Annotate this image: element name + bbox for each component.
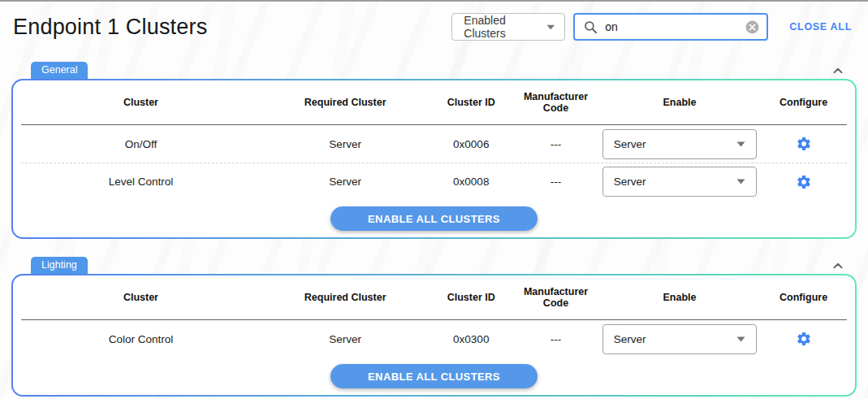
section-tab-label: Lighting	[41, 259, 77, 271]
section-tab-label: General	[41, 64, 77, 76]
close-icon	[745, 20, 760, 35]
configure-button[interactable]	[796, 331, 812, 347]
gear-icon	[796, 331, 812, 347]
collapse-section-button[interactable]	[831, 258, 845, 273]
topbar: Endpoint 1 Clusters Enabled Clusters CLO…	[11, 12, 857, 41]
section-head: Lighting	[11, 257, 857, 274]
required-cluster-cell: Server	[261, 138, 430, 150]
enable-cell: Server	[599, 167, 760, 197]
table-body: Color Control Server 0x0300 --- Server	[21, 320, 847, 358]
section-tab: Lighting	[31, 257, 88, 274]
endpoint-clusters-page: Endpoint 1 Clusters Enabled Clusters CLO…	[0, 12, 868, 397]
section-head: General	[11, 62, 857, 79]
column-header: Manufacturer Code	[512, 91, 599, 114]
column-header: Enable	[599, 292, 760, 303]
section-panel: ClusterRequired ClusterCluster IDManufac…	[11, 274, 857, 397]
clear-search-button[interactable]	[744, 19, 760, 35]
cluster-section: General ClusterRequired ClusterCluster I…	[11, 62, 857, 239]
table-body: On/Off Server 0x0006 --- Server Level Co…	[21, 125, 847, 200]
enable-select[interactable]: Server	[602, 167, 757, 197]
table-header-row: ClusterRequired ClusterCluster IDManufac…	[21, 275, 847, 320]
configure-cell	[760, 174, 847, 190]
cluster-name-cell: On/Off	[21, 138, 261, 150]
column-header: Enable	[599, 97, 760, 108]
caret-down-icon	[736, 336, 745, 342]
cluster-id-cell: 0x0006	[430, 138, 512, 150]
cluster-filter-value: Enabled Clusters	[464, 14, 546, 40]
search-icon	[583, 20, 598, 35]
caret-down-icon	[736, 179, 745, 184]
enable-select[interactable]: Server	[602, 324, 757, 354]
manufacturer-code-cell: ---	[512, 138, 599, 150]
configure-cell	[760, 331, 847, 347]
collapse-section-button[interactable]	[831, 63, 845, 78]
cluster-id-cell: 0x0008	[430, 176, 512, 188]
column-header: Configure	[760, 292, 847, 303]
enable-all-zone: ENABLE ALL CLUSTERS	[21, 200, 847, 237]
cluster-id-cell: 0x0300	[430, 333, 512, 345]
manufacturer-code-cell: ---	[512, 176, 599, 188]
column-header: Cluster ID	[430, 292, 512, 303]
required-cluster-cell: Server	[261, 333, 430, 345]
enable-cell: Server	[599, 129, 760, 159]
table-row: Color Control Server 0x0300 --- Server	[21, 320, 847, 358]
column-header: Cluster	[21, 97, 261, 108]
column-header: Cluster ID	[430, 97, 512, 108]
page-title: Endpoint 1 Clusters	[11, 15, 451, 40]
gear-icon	[796, 136, 812, 152]
enable-cell: Server	[599, 324, 760, 354]
cluster-filter-dropdown[interactable]: Enabled Clusters	[451, 13, 565, 41]
enable-all-zone: ENABLE ALL CLUSTERS	[21, 358, 847, 395]
column-header: Required Cluster	[261, 97, 430, 108]
enable-select[interactable]: Server	[602, 129, 757, 159]
close-all-button[interactable]: CLOSE ALL	[789, 21, 852, 33]
chevron-up-icon	[831, 258, 845, 273]
enable-select-value: Server	[614, 138, 646, 150]
cluster-name-cell: Color Control	[21, 333, 261, 345]
gear-icon	[796, 174, 812, 190]
caret-down-icon	[546, 24, 555, 30]
section-panel-inner: ClusterRequired ClusterCluster IDManufac…	[13, 275, 855, 395]
section-tab: General	[31, 62, 88, 79]
cluster-name-cell: Level Control	[21, 176, 261, 188]
manufacturer-code-cell: ---	[512, 333, 599, 345]
enable-all-clusters-button[interactable]: ENABLE ALL CLUSTERS	[330, 206, 538, 231]
enable-select-value: Server	[614, 176, 646, 188]
section-panel: ClusterRequired ClusterCluster IDManufac…	[11, 79, 857, 239]
cluster-section: Lighting ClusterRequired ClusterCluster …	[11, 257, 857, 397]
configure-button[interactable]	[796, 136, 812, 152]
enable-all-clusters-button[interactable]: ENABLE ALL CLUSTERS	[330, 364, 538, 388]
search-input[interactable]	[605, 20, 737, 33]
table-row: On/Off Server 0x0006 --- Server	[21, 125, 847, 163]
enable-select-value: Server	[614, 333, 646, 345]
caret-down-icon	[736, 141, 745, 147]
table-header-row: ClusterRequired ClusterCluster IDManufac…	[21, 80, 847, 125]
configure-button[interactable]	[796, 174, 812, 190]
configure-cell	[760, 136, 847, 152]
column-header: Cluster	[21, 292, 261, 303]
sections: General ClusterRequired ClusterCluster I…	[11, 62, 857, 397]
chevron-up-icon	[831, 63, 845, 78]
required-cluster-cell: Server	[261, 176, 430, 188]
section-panel-inner: ClusterRequired ClusterCluster IDManufac…	[13, 80, 855, 237]
column-header: Configure	[760, 97, 847, 108]
search-box	[573, 13, 768, 41]
column-header: Required Cluster	[261, 292, 430, 303]
column-header: Manufacturer Code	[512, 286, 599, 309]
table-row: Level Control Server 0x0008 --- Server	[21, 163, 847, 200]
